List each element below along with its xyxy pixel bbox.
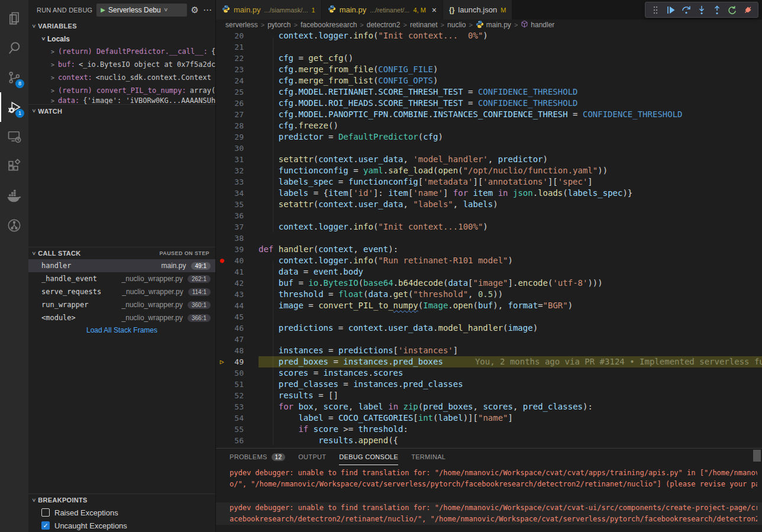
close-tab-icon[interactable]: × — [432, 5, 437, 15]
breadcrumb-item-serverless[interactable]: serverless — [225, 21, 258, 29]
start-debug-icon[interactable]: ▶ — [101, 7, 105, 13]
breadcrumb-item-pytorch[interactable]: pytorch — [267, 21, 290, 29]
panel-tab-terminal[interactable]: TERMINAL — [411, 449, 445, 465]
gutter[interactable]: 45 — [216, 311, 259, 323]
stack-frame-serve_requests[interactable]: serve_requests_nuclio_wrapper.py114:1 — [28, 285, 215, 298]
gutter[interactable]: 22 — [216, 53, 259, 64]
code-line-33[interactable]: 33 labels_spec = functionconfig['metadat… — [216, 176, 762, 188]
load-all-stack-frames-link[interactable]: Load All Stack Frames — [28, 324, 215, 336]
breadcrumb-item-handler[interactable]: handler — [521, 20, 554, 30]
scope-locals[interactable]: > Locals — [28, 33, 215, 45]
code-line-26[interactable]: 26 cfg.MODEL.ROI_HEADS.SCORE_THRESH_TEST… — [216, 98, 762, 109]
source-control-icon[interactable]: 8 — [0, 63, 28, 92]
code-line-36[interactable]: 36 — [216, 210, 762, 221]
gutter[interactable]: 55 — [216, 424, 259, 435]
editor-tab-main.py[interactable]: main.py.../siammask/...1 — [216, 0, 322, 20]
gutter[interactable]: 52 — [216, 390, 259, 401]
code-line-24[interactable]: 24 cfg.merge_from_list(CONFIG_OPTS) — [216, 75, 762, 86]
explorer-icon[interactable] — [0, 4, 28, 33]
watch-section-header[interactable]: > WATCH — [28, 104, 215, 117]
gutter[interactable]: 46 — [216, 323, 259, 334]
checkbox[interactable]: ✓ — [41, 521, 50, 530]
code-line-41[interactable]: 41 data = event.body — [216, 266, 762, 278]
console-message[interactable]: pydev debugger: unable to find translati… — [216, 467, 762, 490]
docker-icon[interactable] — [0, 181, 28, 211]
search-icon[interactable] — [0, 33, 28, 63]
step-over-button[interactable] — [680, 4, 693, 17]
gutter[interactable]: 44 — [216, 300, 259, 311]
panel-scrollbar[interactable] — [753, 450, 761, 462]
gutter[interactable]: ●40 — [216, 255, 259, 266]
variable-row[interactable]: >(return) DefaultPredictor.__call__:{'in… — [28, 45, 215, 58]
gutter[interactable]: 24 — [216, 75, 259, 86]
code-line-20[interactable]: 20 context.logger.info("Init context... … — [216, 30, 762, 41]
code-line-22[interactable]: 22 cfg = get_cfg() — [216, 53, 762, 64]
gutter[interactable]: 26 — [216, 98, 259, 109]
breadcrumb-item-facebookresearch[interactable]: facebookresearch — [301, 21, 357, 29]
breadcrumb-item-nuclio[interactable]: nuclio — [447, 21, 466, 29]
code-line-43[interactable]: 43 threshold = float(data.get("threshold… — [216, 289, 762, 300]
code-line-46[interactable]: 46 predictions = context.user_data.model… — [216, 323, 762, 334]
resource-monitor-icon[interactable] — [0, 211, 28, 240]
code-line-40[interactable]: ●40 context.logger.info("Run retinanet-R… — [216, 255, 762, 266]
toolbar-drag-grip[interactable] — [649, 4, 662, 17]
variable-row[interactable]: >buf:<_io.BytesIO object at 0x7f5a2dc1ec… — [28, 58, 215, 71]
code-line-38[interactable]: 38 — [216, 233, 762, 244]
gutter[interactable]: 21 — [216, 41, 259, 53]
code-line-39[interactable]: 39def handler(context, event): — [216, 244, 762, 255]
gutter[interactable]: 32 — [216, 165, 259, 176]
breakpoint-option-row[interactable]: Raised Exceptions — [28, 506, 215, 519]
code-line-47[interactable]: 47 — [216, 334, 762, 345]
gutter[interactable]: 36 — [216, 210, 259, 221]
gutter[interactable]: 39 — [216, 244, 259, 255]
extensions-icon[interactable] — [0, 151, 28, 181]
breadcrumb-item-main.py[interactable]: main.py — [476, 20, 511, 30]
disconnect-button[interactable] — [741, 4, 754, 17]
stack-frame-handler[interactable]: handlermain.py49:1 — [28, 259, 215, 272]
launch-config-dropdown[interactable]: ▶ Serverless Debu > — [96, 4, 186, 17]
gutter[interactable]: 43 — [216, 289, 259, 300]
gutter[interactable]: 53 — [216, 401, 259, 412]
editor-tab-launch.json[interactable]: {}launch.jsonM — [443, 0, 512, 20]
editor-tab-main.py[interactable]: main.py.../retinanet/...4, M× — [322, 0, 443, 20]
breakpoint-option-row[interactable]: ✓Uncaught Exceptions — [28, 519, 215, 532]
code-editor[interactable]: 20 context.logger.info("Init context... … — [216, 30, 762, 448]
continue-button[interactable] — [664, 4, 677, 17]
code-line-48[interactable]: 48 instances = predictions['instances'] — [216, 345, 762, 356]
current-step-icon[interactable]: ▷ — [216, 356, 228, 367]
code-line-32[interactable]: 32 functionconfig = yaml.safe_load(open(… — [216, 165, 762, 176]
step-into-button[interactable] — [695, 4, 708, 17]
breakpoint-icon[interactable]: ● — [216, 255, 228, 266]
gutter[interactable]: 23 — [216, 64, 259, 75]
panel-tab-problems[interactable]: PROBLEMS12 — [230, 449, 285, 465]
code-line-23[interactable]: 23 cfg.merge_from_file(CONFIG_FILE) — [216, 64, 762, 75]
code-line-53[interactable]: 53 for box, score, label in zip(pred_box… — [216, 401, 762, 412]
gutter[interactable]: 51 — [216, 379, 259, 390]
gutter[interactable]: 41 — [216, 266, 259, 278]
code-line-34[interactable]: 34 labels = {item['id']: item['name'] fo… — [216, 188, 762, 199]
code-line-21[interactable]: 21 — [216, 41, 762, 53]
remote-explorer-icon[interactable] — [0, 122, 28, 151]
code-line-49[interactable]: ▷49 pred_boxes = instances.pred_boxesYou… — [216, 356, 762, 367]
checkbox[interactable] — [41, 508, 50, 517]
gear-icon[interactable]: ⚙ — [191, 5, 199, 15]
variable-row[interactable]: >context:<nuclio_sdk.context.Context obj… — [28, 71, 215, 84]
gutter[interactable]: 37 — [216, 221, 259, 233]
variable-row[interactable]: >data:{'image': 'iVBORw0KG...AAAANSUhE… — [28, 97, 215, 104]
gutter[interactable]: 56 — [216, 435, 259, 446]
gutter[interactable]: 30 — [216, 143, 259, 154]
gutter[interactable]: 35 — [216, 199, 259, 210]
gutter[interactable]: 47 — [216, 334, 259, 345]
panel-tab-debug-console[interactable]: DEBUG CONSOLE — [339, 449, 398, 465]
gutter[interactable]: 38 — [216, 233, 259, 244]
breadcrumb-item-retinanet[interactable]: retinanet — [410, 21, 438, 29]
code-line-27[interactable]: 27 cfg.MODEL.PANOPTIC_FPN.COMBINE.INSTAN… — [216, 109, 762, 120]
code-line-35[interactable]: 35 setattr(context.user_data, "labels", … — [216, 199, 762, 210]
gutter[interactable]: 54 — [216, 412, 259, 424]
variables-section-header[interactable]: > VARIABLES — [28, 20, 215, 33]
gutter[interactable]: 31 — [216, 154, 259, 165]
stack-frame-_handle_event[interactable]: _handle_event_nuclio_wrapper.py262:1 — [28, 272, 215, 285]
gutter[interactable]: 50 — [216, 367, 259, 379]
code-line-55[interactable]: 55 if score >= threshold: — [216, 424, 762, 435]
code-line-50[interactable]: 50 scores = instances.scores — [216, 367, 762, 379]
